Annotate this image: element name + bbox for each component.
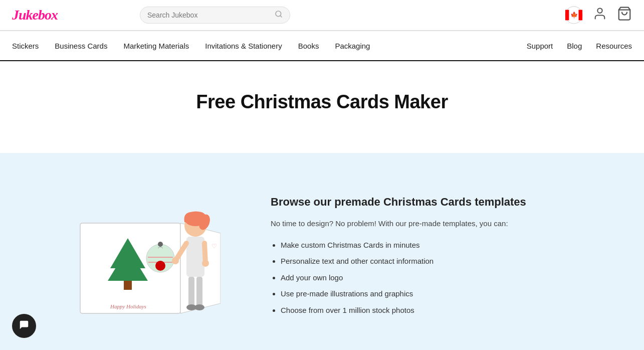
feature-list-item: Personalize text and other contact infor… [281, 256, 604, 267]
nav-item-marketing-materials[interactable]: Marketing Materials [123, 42, 189, 50]
svg-rect-12 [124, 281, 132, 290]
christmas-card-illustration: Happy Holidays ♡ [50, 183, 221, 333]
svg-point-7 [597, 9, 602, 13]
chat-icon [19, 319, 30, 333]
svg-line-1 [280, 16, 282, 17]
page-title: Free Christmas Cards Maker [0, 91, 644, 113]
svg-point-26 [202, 260, 209, 267]
logo[interactable]: Jukebox [12, 7, 58, 23]
nav-item-business-cards[interactable]: Business Cards [55, 42, 107, 50]
feature-list-item: Choose from over 1 million stock photos [281, 305, 604, 316]
cart-icon[interactable] [617, 6, 632, 24]
user-account-icon[interactable] [593, 7, 607, 24]
search-icon [275, 10, 283, 20]
nav-item-blog[interactable]: Blog [567, 42, 582, 50]
nav-item-support[interactable]: Support [527, 42, 553, 50]
search-container [140, 7, 290, 24]
svg-text:🍁: 🍁 [570, 11, 578, 19]
svg-point-14 [158, 242, 163, 247]
feature-content: Browse our premade Christmas Cards templ… [271, 196, 604, 321]
svg-point-17 [155, 261, 165, 271]
chat-bubble[interactable] [12, 314, 36, 338]
feature-list-item: Make custom Christmas Cards in minutes [281, 240, 604, 251]
svg-rect-5 [578, 10, 582, 21]
hero-illustration: Happy Holidays ♡ [40, 183, 231, 333]
svg-point-30 [194, 304, 204, 310]
top-right-icons: 🍁 [565, 6, 632, 24]
search-input[interactable] [147, 11, 273, 19]
nav-left: Stickers Business Cards Marketing Materi… [12, 42, 527, 50]
nav-item-resources[interactable]: Resources [596, 42, 632, 50]
svg-text:Happy Holidays: Happy Holidays [110, 303, 146, 309]
hero-section: Free Christmas Cards Maker [0, 61, 644, 153]
nav-item-stickers[interactable]: Stickers [12, 42, 39, 50]
svg-rect-27 [188, 277, 194, 307]
svg-point-25 [172, 257, 179, 264]
feature-list-item: Add your own logo [281, 272, 604, 284]
svg-rect-28 [196, 277, 202, 307]
feature-title: Browse our premade Christmas Cards templ… [271, 196, 604, 209]
main-nav: Stickers Business Cards Marketing Materi… [0, 31, 644, 61]
svg-rect-22 [186, 237, 204, 277]
feature-list: Make custom Christmas Cards in minutes P… [271, 240, 604, 316]
svg-rect-3 [565, 10, 569, 21]
feature-subtitle: No time to design? No problem! With our … [271, 218, 604, 230]
nav-right: Support Blog Resources [527, 42, 632, 50]
nav-item-packaging[interactable]: Packaging [335, 42, 370, 50]
nav-item-books[interactable]: Books [298, 42, 319, 50]
canada-flag-icon[interactable]: 🍁 [565, 6, 583, 24]
nav-item-invitations-stationery[interactable]: Invitations & Stationery [205, 42, 282, 50]
top-bar: Jukebox 🍁 [0, 0, 644, 31]
feature-list-item: Use pre-made illustrations and graphics [281, 288, 604, 300]
feature-section: Happy Holidays ♡ [0, 153, 644, 350]
svg-text:♡: ♡ [211, 243, 217, 250]
